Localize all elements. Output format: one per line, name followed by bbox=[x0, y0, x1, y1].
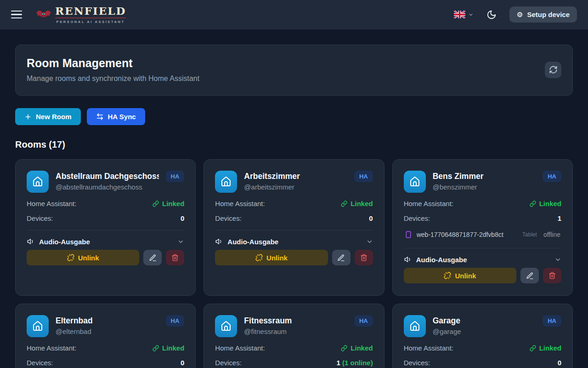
ha-badge: HA bbox=[354, 171, 373, 182]
delete-room-button[interactable] bbox=[166, 250, 184, 265]
language-switcher[interactable] bbox=[454, 11, 474, 18]
linked-status: Linked bbox=[341, 344, 373, 352]
device-row: web-1770648871877-2dfvb8ct Tablet offlin… bbox=[404, 229, 561, 240]
room-card: Garage @garage HA Home Assistant: Linked… bbox=[392, 304, 573, 368]
room-name: Garage bbox=[433, 316, 536, 326]
rooms-heading: Rooms (17) bbox=[15, 139, 573, 150]
setup-device-button[interactable]: ⚙ Setup device bbox=[509, 6, 577, 23]
chevron-down-icon[interactable] bbox=[366, 238, 373, 245]
home-assistant-label: Home Assistant: bbox=[215, 344, 265, 352]
devices-count: 1 bbox=[336, 359, 340, 367]
room-name: Fitnessraum bbox=[244, 316, 347, 326]
room-handle: @benszimmer bbox=[433, 183, 536, 191]
ha-sync-button[interactable]: HA Sync bbox=[87, 108, 145, 125]
moon-icon bbox=[486, 10, 497, 20]
unlink-label: Unlink bbox=[455, 272, 476, 280]
page-title: Room Management bbox=[27, 57, 199, 70]
link-icon bbox=[530, 201, 536, 207]
linked-status: Linked bbox=[530, 200, 561, 207]
dark-mode-toggle[interactable] bbox=[484, 7, 499, 23]
unlink-label: Unlink bbox=[78, 254, 99, 262]
divider bbox=[404, 248, 561, 248]
devices-count: 0 bbox=[181, 214, 184, 222]
audio-output-label: Audio-Ausgabe bbox=[39, 238, 173, 246]
ha-badge: HA bbox=[166, 171, 185, 182]
rooms-grid: Abstellraum Dachgeschoss @abstellraumdac… bbox=[15, 159, 573, 368]
navbar: RENFIELD PERSONAL AI ASSISTANT bbox=[0, 0, 588, 29]
refresh-icon bbox=[549, 65, 558, 74]
devices-label: Devices: bbox=[215, 214, 242, 222]
linked-label: Linked bbox=[162, 344, 184, 352]
unlink-icon bbox=[255, 254, 263, 261]
delete-room-button[interactable] bbox=[355, 250, 373, 265]
audio-output-label: Audio-Ausgabe bbox=[416, 256, 550, 264]
ha-badge: HA bbox=[354, 315, 373, 327]
room-handle: @fitnessraum bbox=[244, 328, 347, 335]
tablet-icon bbox=[405, 231, 412, 238]
room-handle: @garage bbox=[433, 328, 536, 335]
delete-room-button[interactable] bbox=[543, 268, 561, 283]
menu-icon[interactable] bbox=[11, 9, 24, 21]
devices-count: 0 bbox=[181, 359, 184, 367]
ha-badge: HA bbox=[543, 171, 561, 182]
divider bbox=[215, 230, 373, 230]
unlink-button[interactable]: Unlink bbox=[215, 250, 328, 265]
new-room-label: New Room bbox=[36, 113, 72, 121]
home-assistant-label: Home Assistant: bbox=[404, 200, 453, 207]
linked-label: Linked bbox=[162, 200, 184, 207]
trash-icon bbox=[548, 272, 556, 279]
bat-icon bbox=[36, 9, 51, 21]
new-room-button[interactable]: New Room bbox=[15, 108, 81, 125]
trash-icon bbox=[171, 254, 179, 261]
unlink-button[interactable]: Unlink bbox=[404, 268, 516, 283]
speaker-icon bbox=[404, 255, 412, 264]
unlink-label: Unlink bbox=[266, 254, 288, 262]
room-name: Elternbad bbox=[56, 316, 159, 326]
brand-logo[interactable]: RENFIELD PERSONAL AI ASSISTANT bbox=[36, 6, 126, 24]
room-name: Bens Zimmer bbox=[433, 172, 536, 181]
edit-room-button[interactable] bbox=[332, 250, 351, 265]
chevron-down-icon[interactable] bbox=[177, 238, 184, 245]
link-icon bbox=[153, 201, 159, 207]
chevron-down-icon[interactable] bbox=[554, 256, 561, 263]
devices-count: 0 bbox=[558, 359, 561, 367]
trash-icon bbox=[360, 254, 368, 261]
room-handle: @arbeitszimmer bbox=[244, 183, 347, 191]
room-card: Arbeitszimmer @arbeitszimmer HA Home Ass… bbox=[204, 159, 384, 296]
devices-label: Devices: bbox=[404, 214, 430, 222]
home-icon bbox=[215, 171, 237, 193]
devices-online-count: (1 online) bbox=[342, 359, 373, 367]
ha-badge: HA bbox=[166, 315, 185, 327]
unlink-icon bbox=[444, 272, 451, 279]
divider bbox=[27, 230, 184, 230]
devices-label: Devices: bbox=[27, 214, 53, 222]
audio-output-section-header[interactable]: Audio-Ausgabe bbox=[404, 255, 561, 264]
page-header-card: Room Management Manage rooms and synchro… bbox=[15, 45, 573, 96]
setup-device-label: Setup device bbox=[527, 11, 570, 18]
edit-room-button[interactable] bbox=[520, 268, 539, 283]
speaker-icon bbox=[215, 237, 223, 246]
uk-flag-icon bbox=[454, 11, 465, 18]
link-icon bbox=[341, 345, 347, 351]
home-icon bbox=[404, 171, 426, 193]
device-type: Tablet bbox=[522, 231, 537, 238]
room-handle: @elternbad bbox=[56, 328, 159, 335]
refresh-button[interactable] bbox=[545, 62, 561, 78]
edit-room-button[interactable] bbox=[143, 250, 162, 265]
pen-icon bbox=[337, 254, 345, 262]
chevron-down-icon bbox=[468, 12, 474, 17]
brand-tagline: PERSONAL AI ASSISTANT bbox=[57, 20, 125, 24]
audio-output-section-header[interactable]: Audio-Ausgabe bbox=[27, 237, 184, 246]
link-icon bbox=[153, 345, 159, 351]
linked-label: Linked bbox=[539, 200, 561, 207]
devices-label: Devices: bbox=[215, 359, 242, 367]
linked-label: Linked bbox=[539, 344, 561, 352]
device-list: web-1770648871877-2dfvb8ct Tablet offlin… bbox=[404, 229, 561, 240]
linked-label: Linked bbox=[351, 344, 373, 352]
audio-output-section-header[interactable]: Audio-Ausgabe bbox=[215, 237, 373, 246]
room-handle: @abstellraumdachgeschoss bbox=[56, 183, 159, 191]
room-card: Bens Zimmer @benszimmer HA Home Assistan… bbox=[392, 159, 573, 296]
unlink-icon bbox=[67, 254, 74, 261]
home-icon bbox=[27, 171, 49, 193]
unlink-button[interactable]: Unlink bbox=[27, 250, 139, 265]
